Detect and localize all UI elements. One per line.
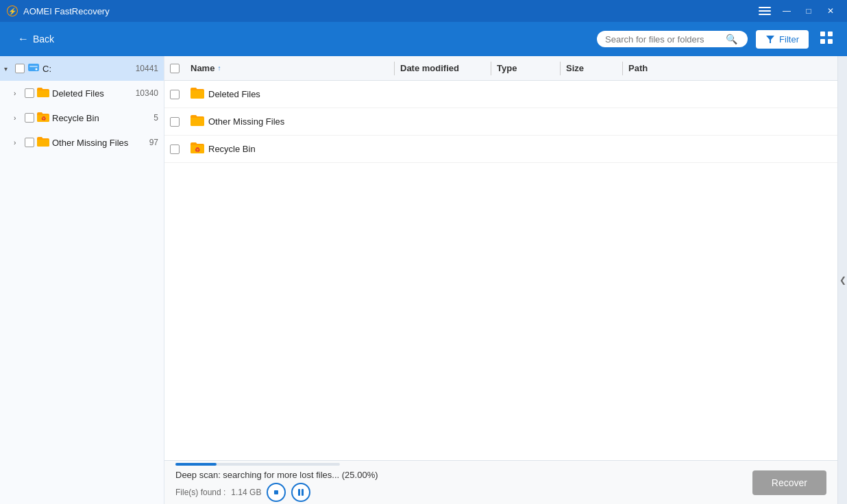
filter-button[interactable]: Filter [756, 30, 809, 49]
sidebar-item-count-deleted: 10340 [136, 88, 158, 98]
search-icon: 🔍 [726, 34, 737, 45]
header-size-label: Size [566, 63, 584, 73]
scan-status-text: Deep scan: searching for more lost files… [175, 470, 741, 480]
stop-icon [273, 490, 279, 495]
header-path-col[interactable]: Path [623, 63, 832, 73]
row-folder-icon-recycle: ♻ [191, 142, 204, 157]
scan-info: Deep scan: searching for more lost files… [175, 463, 741, 502]
grid-view-button[interactable] [817, 28, 836, 51]
svg-rect-14 [302, 489, 304, 496]
search-box[interactable]: 🔍 [597, 31, 748, 47]
table-row[interactable]: Deleted Files [164, 81, 837, 108]
sidebar-item-label-other: Other Missing Files [52, 138, 147, 148]
filter-label: Filter [779, 34, 799, 45]
sidebar-checkbox-c-drive[interactable] [15, 64, 25, 73]
svg-rect-8 [29, 66, 38, 67]
chevron-right-icon-3: › [14, 139, 22, 147]
svg-marker-2 [766, 36, 774, 43]
minimize-button[interactable]: — [777, 3, 796, 18]
titlebar: ⚡ AOMEI FastRecovery — □ ✕ [0, 0, 847, 22]
svg-text:⚡: ⚡ [8, 7, 17, 16]
chevron-right-icon-2: › [14, 114, 22, 122]
svg-rect-5 [820, 39, 825, 44]
files-found-value: 1.14 GB [231, 488, 261, 497]
sidebar-item-c-drive[interactable]: ▾ C: 10441 [0, 56, 164, 81]
table-row[interactable]: Other Missing Files [164, 108, 837, 136]
header-date-col[interactable]: Date modified [395, 63, 491, 73]
search-input[interactable] [605, 34, 722, 45]
content-area: Name ↑ Date modified Type Size Path [164, 56, 837, 504]
svg-text:♻: ♻ [195, 147, 200, 153]
table-row[interactable]: ♻ Recycle Bin [164, 136, 837, 163]
hamburger-menu[interactable] [755, 3, 774, 18]
svg-rect-6 [828, 39, 833, 44]
row-name-recycle: Recycle Bin [208, 144, 407, 154]
pause-scan-button[interactable] [291, 483, 310, 502]
scan-files-found: File(s) found : 1.14 GB [175, 483, 741, 502]
bottom-bar: Deep scan: searching for more lost files… [164, 460, 837, 504]
row-folder-icon-deleted [191, 87, 204, 102]
svg-rect-4 [828, 32, 833, 36]
hamburger-icon [759, 7, 771, 15]
header-name-label: Name [191, 63, 214, 73]
svg-rect-12 [274, 490, 278, 494]
toolbar: ← Back 🔍 Filter [0, 22, 847, 56]
main-layout: ▾ C: 10441 › Deleted Files 10340 [0, 56, 847, 504]
collapse-icon: ❮ [839, 275, 846, 285]
row-checkbox-deleted[interactable] [170, 90, 191, 99]
select-all-checkbox[interactable] [170, 64, 180, 73]
titlebar-controls[interactable]: — □ ✕ [755, 3, 840, 18]
sidebar: ▾ C: 10441 › Deleted Files 10340 [0, 56, 164, 504]
sidebar-item-label-c: C: [42, 64, 133, 74]
back-button[interactable]: ← Back [11, 29, 61, 49]
sort-ascending-icon: ↑ [217, 64, 221, 72]
app-title: AOMEI FastRecovery [23, 6, 110, 16]
recover-button[interactable]: Recover [752, 470, 826, 495]
collapse-panel-button[interactable]: ❮ [837, 56, 847, 504]
row-checkbox-other[interactable] [170, 117, 191, 127]
sidebar-item-count-recycle: 5 [154, 113, 158, 123]
close-button[interactable]: ✕ [821, 3, 840, 18]
svg-rect-13 [298, 489, 300, 496]
maximize-button[interactable]: □ [799, 3, 818, 18]
sidebar-checkbox-deleted[interactable] [25, 88, 34, 98]
sidebar-item-recycle-bin[interactable]: › ♻ Recycle Bin 5 [0, 105, 164, 130]
row-checkbox-recycle[interactable] [170, 144, 191, 154]
back-arrow-icon: ← [18, 33, 29, 45]
svg-text:♻: ♻ [41, 116, 46, 122]
sidebar-checkbox-recycle[interactable] [25, 113, 34, 123]
sidebar-checkbox-other[interactable] [25, 138, 34, 147]
folder-missing-icon [37, 136, 49, 149]
row-name-other: Other Missing Files [208, 116, 407, 127]
files-found-label: File(s) found : [175, 488, 225, 497]
sidebar-item-count-c: 10441 [136, 64, 158, 73]
header-type-label: Type [497, 63, 517, 73]
chevron-right-icon: › [14, 90, 22, 97]
sidebar-item-other-missing[interactable]: › Other Missing Files 97 [0, 130, 164, 155]
back-label: Back [33, 34, 54, 45]
progress-bar-outer [175, 463, 340, 466]
app-icon: ⚡ [7, 5, 18, 16]
folder-orange-icon [37, 87, 49, 100]
pause-icon [298, 489, 304, 496]
filter-icon [765, 34, 775, 44]
row-folder-icon-other [191, 114, 204, 129]
header-checkbox-col[interactable] [170, 64, 191, 73]
header-date-label: Date modified [400, 63, 459, 73]
file-list: Deleted Files Other Missing Files [164, 81, 837, 460]
progress-bar-inner [175, 463, 217, 466]
header-path-label: Path [628, 63, 648, 73]
folder-recycle-icon: ♻ [37, 112, 49, 125]
row-name-deleted: Deleted Files [208, 89, 407, 99]
stop-scan-button[interactable] [267, 483, 286, 502]
header-name-col[interactable]: Name ↑ [191, 63, 394, 73]
sidebar-item-label-deleted: Deleted Files [52, 88, 133, 99]
drive-icon [27, 61, 40, 76]
svg-rect-7 [28, 64, 39, 71]
header-type-col[interactable]: Type [491, 63, 560, 73]
sidebar-item-count-other: 97 [149, 138, 158, 147]
sidebar-item-deleted-files[interactable]: › Deleted Files 10340 [0, 81, 164, 105]
svg-point-9 [36, 68, 38, 71]
header-size-col[interactable]: Size [561, 63, 622, 73]
svg-rect-3 [820, 32, 825, 36]
